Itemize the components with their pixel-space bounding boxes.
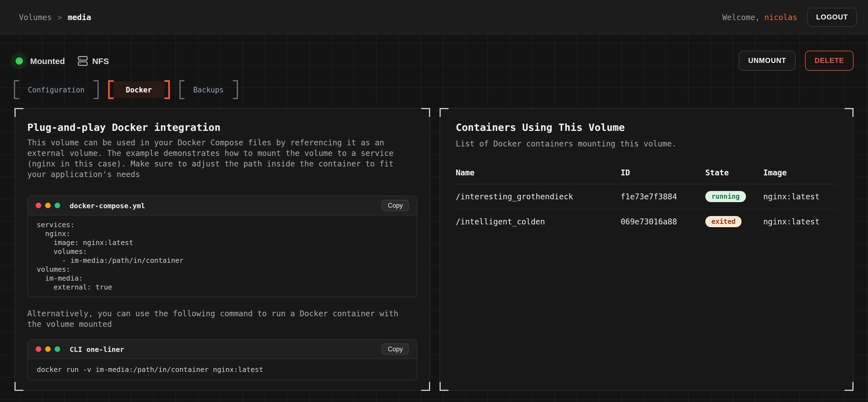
status-badge: running (705, 191, 746, 202)
table-row: /intelligent_colden 069e73016a88 exited … (456, 209, 837, 234)
cli-intro-text: Alternatively, you can use the following… (27, 308, 399, 330)
volume-type: NFS (78, 56, 109, 66)
volume-status: Mounted NFS (16, 56, 109, 66)
containers-table-header: Name ID State Image (456, 164, 837, 184)
tab-docker[interactable]: Docker (108, 80, 170, 99)
delete-button[interactable]: DELETE (805, 51, 854, 71)
main-content: Mounted NFS UNMOUNT DELETE (0, 35, 868, 402)
column-header-name: Name (456, 168, 621, 177)
terminal-dot-red-icon (36, 346, 41, 352)
panels-row: Plug-and-play Docker integration This vo… (0, 108, 868, 391)
terminal-dot-green-icon (55, 203, 60, 208)
welcome-prefix: Welcome, (722, 12, 760, 22)
container-id: f1e73e7f3884 (621, 192, 705, 201)
welcome-text: Welcome, nicolas (722, 12, 797, 22)
docker-panel-title: Plug-and-play Docker integration (27, 121, 417, 134)
volume-type-label: NFS (92, 56, 109, 65)
chevron-right-icon: > (57, 12, 62, 22)
bracket-right-icon (164, 80, 169, 99)
terminal-dot-yellow-icon (45, 346, 51, 352)
copy-cli-button[interactable]: Copy (382, 343, 409, 355)
corner-bracket (421, 382, 430, 391)
containers-panel: Containers Using This Volume List of Doc… (440, 108, 854, 391)
unmount-button[interactable]: UNMOUNT (739, 51, 796, 71)
bracket-left-icon (108, 80, 114, 99)
cli-block-title: CLI one-liner (70, 345, 124, 353)
column-header-state: State (705, 168, 763, 177)
container-id: 069e73016a88 (621, 217, 705, 226)
mounted-status-dot-icon (16, 57, 23, 64)
containers-panel-title: Containers Using This Volume (456, 121, 837, 134)
container-name: /interesting_grothendieck (456, 192, 621, 201)
corner-bracket (440, 108, 448, 117)
breadcrumb: Volumes > media (19, 12, 91, 22)
topbar: Volumes > media Welcome, nicolas LOGOUT (0, 0, 868, 35)
breadcrumb-volumes-link[interactable]: Volumes (19, 12, 52, 22)
corner-bracket (845, 382, 854, 391)
tab-docker-label: Docker (114, 81, 164, 98)
bracket-left-icon (14, 80, 19, 99)
container-image: nginx:latest (763, 192, 837, 201)
status-badge: exited (705, 216, 742, 227)
bracket-right-icon (232, 80, 238, 99)
mounted-status-label: Mounted (30, 56, 65, 65)
column-header-image: Image (763, 168, 837, 177)
topbar-right: Welcome, nicolas LOGOUT (722, 7, 857, 27)
cli-code-block-header: CLI one-liner Copy (28, 340, 417, 359)
container-state: running (705, 191, 763, 202)
docker-panel-description: This volume can be used in your Docker C… (27, 137, 399, 180)
corner-bracket (14, 108, 23, 117)
copy-compose-button[interactable]: Copy (382, 200, 409, 211)
containers-table: Name ID State Image /interesting_grothen… (456, 164, 837, 234)
tab-backups[interactable]: Backups (179, 80, 238, 99)
bracket-right-icon (94, 80, 99, 99)
tab-bar: Configuration Docker Backups (0, 80, 868, 99)
status-row: Mounted NFS UNMOUNT DELETE (0, 35, 868, 71)
app-root: Volumes > media Welcome, nicolas LOGOUT … (0, 0, 868, 402)
corner-bracket (845, 108, 854, 117)
containers-panel-description: List of Docker containers mounting this … (456, 139, 828, 149)
username: nicolas (764, 12, 797, 22)
server-icon (78, 56, 88, 66)
compose-code: services: nginx: image: nginx:latest vol… (28, 215, 417, 297)
column-header-id: ID (621, 168, 705, 177)
container-name: /intelligent_colden (456, 217, 621, 226)
compose-filename: docker-compose.yml (70, 201, 145, 210)
corner-bracket (440, 382, 448, 391)
cli-code-block: CLI one-liner Copy docker run -v im-medi… (27, 339, 417, 380)
terminal-dot-red-icon (36, 203, 41, 208)
container-state: exited (705, 216, 763, 227)
logout-button[interactable]: LOGOUT (807, 7, 857, 27)
tab-configuration[interactable]: Configuration (14, 80, 99, 99)
cli-code: docker run -v im-media:/path/in/containe… (28, 359, 417, 380)
container-image: nginx:latest (763, 217, 837, 226)
corner-bracket (14, 382, 23, 391)
tab-backups-label: Backups (184, 80, 232, 99)
tab-configuration-label: Configuration (19, 80, 94, 99)
corner-bracket (421, 108, 430, 117)
terminal-dot-yellow-icon (45, 203, 51, 208)
breadcrumb-current-volume: media (68, 12, 91, 22)
compose-code-block-header: docker-compose.yml Copy (28, 196, 417, 215)
terminal-dot-green-icon (55, 346, 60, 352)
compose-code-block: docker-compose.yml Copy services: nginx:… (27, 195, 417, 297)
table-row: /interesting_grothendieck f1e73e7f3884 r… (456, 184, 837, 209)
volume-actions: UNMOUNT DELETE (739, 51, 854, 71)
docker-integration-panel: Plug-and-play Docker integration This vo… (14, 108, 430, 391)
bracket-left-icon (179, 80, 184, 99)
